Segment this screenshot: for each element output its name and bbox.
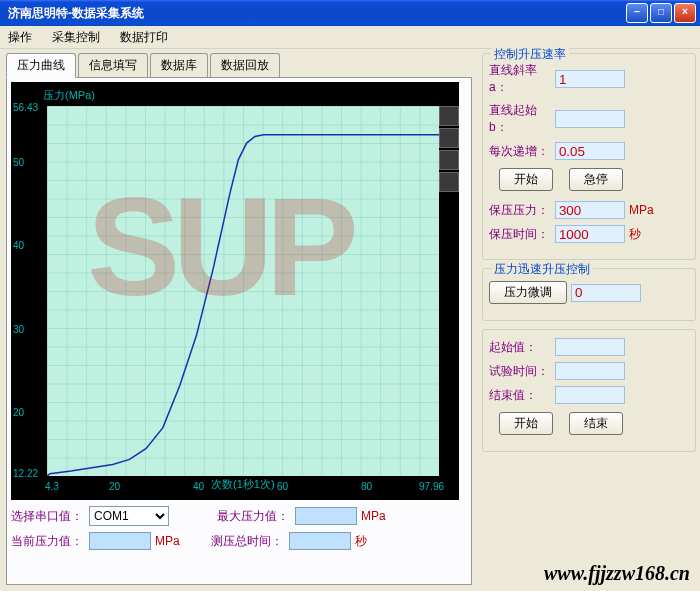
hold-time-label: 保压时间： [489,226,551,243]
menu-print[interactable]: 数据打印 [116,27,172,48]
ytick: 20 [13,407,24,418]
x-axis-label: 次数(1秒1次) [211,477,275,492]
window-title: 济南思明特-数据采集系统 [8,0,144,26]
minimize-button[interactable]: – [626,3,648,23]
test-start-button[interactable]: 开始 [499,412,553,435]
maximize-button[interactable]: □ [650,3,672,23]
chart-side-tools [439,106,459,192]
content: 压力曲线 信息填写 数据库 数据回放 压力(MPa) 56.43 50 40 3… [0,49,700,589]
max-value-input[interactable] [295,507,357,525]
titlebar: 济南思明特-数据采集系统 – □ × [0,0,700,26]
tabs: 压力曲线 信息填写 数据库 数据回放 [6,53,472,77]
chart-svg [47,106,439,476]
test-time-label: 试验时间： [489,363,551,380]
tool-grid-icon[interactable] [439,106,459,126]
rate-pause-button[interactable]: 急停 [569,168,623,191]
fine-value-input[interactable] [571,284,641,302]
window-controls: – □ × [626,3,696,23]
test-time-input[interactable] [555,362,625,380]
total-time-input[interactable] [289,532,351,550]
tool-zoom-icon[interactable] [439,128,459,148]
left-panel: 压力曲线 信息填写 数据库 数据回放 压力(MPa) 56.43 50 40 3… [0,49,478,589]
fast-control-title: 压力迅速升压控制 [491,261,593,278]
test-end-button[interactable]: 结束 [569,412,623,435]
test-end-label: 结束值： [489,387,551,404]
tool-cursor-icon[interactable] [439,150,459,170]
step-label: 每次递增： [489,143,551,160]
ytick: 12.22 [13,468,38,479]
xtick: 40 [193,481,204,492]
bottom-row-1: 选择串口值： COM1 最大压力值： MPa [11,506,467,526]
control-rate-fieldset: 控制升压速率 直线斜率a： 直线起始b： 每次递增： 开始 急停 保压压力： M… [482,53,696,260]
menu-operate[interactable]: 操作 [4,27,36,48]
xtick: 20 [109,481,120,492]
test-fieldset: 起始值： 试验时间： 结束值： 开始 结束 [482,329,696,452]
menubar: 操作 采集控制 数据打印 [0,26,700,49]
slope-input[interactable] [555,70,625,88]
xtick: 60 [277,481,288,492]
svg-rect-0 [47,106,439,476]
tab-info[interactable]: 信息填写 [78,53,148,77]
ytick: 56.43 [13,102,38,113]
hold-time-unit: 秒 [629,226,641,243]
test-end-input[interactable] [555,386,625,404]
xtick: 4.3 [45,481,59,492]
tab-body: 压力(MPa) 56.43 50 40 30 20 12.22 4.3 20 4… [6,77,472,585]
right-panel: 控制升压速率 直线斜率a： 直线起始b： 每次递增： 开始 急停 保压压力： M… [478,49,700,589]
step-input[interactable] [555,142,625,160]
menu-collect[interactable]: 采集控制 [48,27,104,48]
rate-start-button[interactable]: 开始 [499,168,553,191]
test-start-input[interactable] [555,338,625,356]
current-unit: MPa [155,534,207,548]
close-button[interactable]: × [674,3,696,23]
fast-control-fieldset: 压力迅速升压控制 压力微调 [482,268,696,321]
y-axis-label: 压力(MPa) [43,88,95,103]
test-start-label: 起始值： [489,339,551,356]
hold-pressure-label: 保压压力： [489,202,551,219]
fine-adjust-button[interactable]: 压力微调 [489,281,567,304]
xtick: 80 [361,481,372,492]
current-value-input[interactable] [89,532,151,550]
tab-curve[interactable]: 压力曲线 [6,53,76,78]
chart-frame: 压力(MPa) 56.43 50 40 30 20 12.22 4.3 20 4… [11,82,459,500]
chart-plot: SUP [47,106,439,476]
ytick: 30 [13,324,24,335]
control-rate-title: 控制升压速率 [491,46,569,63]
slope-label: 直线斜率a： [489,62,551,96]
hold-pressure-unit: MPa [629,203,654,217]
tool-color-icon[interactable] [439,172,459,192]
hold-pressure-input[interactable] [555,201,625,219]
watermark-url: www.fjjzzw168.cn [544,562,690,585]
max-label: 最大压力值： [217,508,291,525]
serial-select[interactable]: COM1 [89,506,169,526]
total-time-label: 测压总时间： [211,533,285,550]
tab-playback[interactable]: 数据回放 [210,53,280,77]
serial-label: 选择串口值： [11,508,85,525]
bottom-row-2: 当前压力值： MPa 测压总时间： 秒 [11,532,467,550]
xtick: 97.96 [419,481,444,492]
hold-time-input[interactable] [555,225,625,243]
line-start-input[interactable] [555,110,625,128]
ytick: 50 [13,157,24,168]
ytick: 40 [13,240,24,251]
line-start-label: 直线起始b： [489,102,551,136]
max-unit: MPa [361,509,386,523]
tab-database[interactable]: 数据库 [150,53,208,77]
current-label: 当前压力值： [11,533,85,550]
total-time-unit: 秒 [355,533,367,550]
